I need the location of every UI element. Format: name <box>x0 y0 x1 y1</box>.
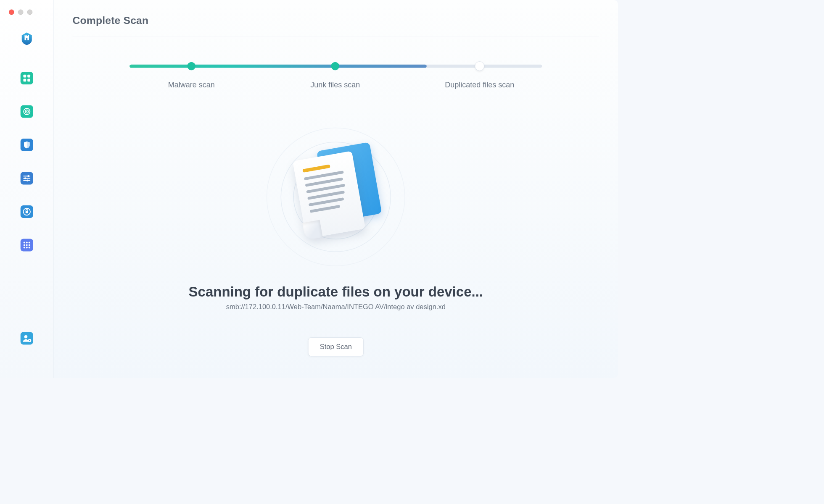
svg-rect-3 <box>28 35 29 37</box>
svg-rect-35 <box>20 332 33 345</box>
svg-point-20 <box>24 177 26 179</box>
stop-scan-button[interactable]: Stop Scan <box>308 337 364 356</box>
app-logo <box>20 32 34 45</box>
svg-point-30 <box>26 244 27 246</box>
svg-rect-4 <box>26 38 27 40</box>
svg-rect-2 <box>26 35 27 37</box>
minimize-window-button[interactable] <box>18 10 24 15</box>
scan-progress: Malware scan Junk files scan Duplicated … <box>129 65 542 68</box>
app-window: Complete Scan Malware scan Junk files sc… <box>0 0 618 378</box>
progress-label-duplicates: Duplicated files scan <box>445 80 514 89</box>
svg-rect-5 <box>20 72 33 84</box>
sidebar <box>0 0 54 378</box>
svg-point-28 <box>28 242 30 244</box>
sidebar-item-dashboard[interactable] <box>20 71 34 85</box>
progress-track <box>129 65 542 68</box>
svg-point-33 <box>26 247 27 249</box>
progress-label-junk: Junk files scan <box>310 80 360 89</box>
lock-icon <box>20 205 34 219</box>
svg-rect-7 <box>27 75 30 78</box>
duplicate-files-icon <box>293 149 379 245</box>
scan-illustration <box>267 128 405 266</box>
svg-point-31 <box>28 244 30 246</box>
sidebar-item-privacy[interactable] <box>20 205 34 219</box>
svg-rect-6 <box>23 75 26 78</box>
castle-shield-icon <box>20 32 34 45</box>
sidebar-item-account[interactable] <box>20 331 34 345</box>
svg-point-29 <box>23 244 25 246</box>
svg-rect-24 <box>25 211 28 213</box>
svg-point-38 <box>29 340 30 341</box>
svg-point-27 <box>26 242 27 244</box>
shield-icon <box>20 138 34 152</box>
svg-rect-1 <box>24 35 25 37</box>
sidebar-item-apps[interactable] <box>20 238 34 252</box>
svg-point-34 <box>28 247 30 249</box>
sidebar-item-scan[interactable] <box>20 105 34 118</box>
svg-rect-8 <box>23 79 26 82</box>
main-content: Complete Scan Malware scan Junk files sc… <box>54 0 618 378</box>
close-window-button[interactable] <box>9 10 14 15</box>
progress-node-duplicates <box>475 61 485 71</box>
zoom-window-button[interactable] <box>27 10 33 15</box>
page-title: Complete Scan <box>73 15 600 27</box>
sidebar-item-tune[interactable] <box>20 171 34 185</box>
svg-rect-9 <box>27 79 30 82</box>
svg-point-13 <box>26 111 27 112</box>
svg-point-21 <box>26 180 29 182</box>
target-scan-icon <box>20 105 34 118</box>
svg-point-36 <box>24 335 27 339</box>
user-settings-icon <box>20 331 34 345</box>
sidebar-item-protection[interactable] <box>20 138 34 152</box>
scan-status-path: smb://172.100.0.11/Web-Team/Naama/INTEGO… <box>73 303 600 311</box>
scan-status-headline: Scanning for duplicate files on your dev… <box>73 284 600 300</box>
divider <box>73 36 600 37</box>
app-grid-icon <box>20 238 34 252</box>
svg-point-19 <box>27 175 29 177</box>
sliders-icon <box>20 171 34 185</box>
window-controls <box>9 10 32 15</box>
progress-label-malware: Malware scan <box>168 80 215 89</box>
progress-node-malware <box>188 62 196 71</box>
progress-node-junk <box>331 62 340 71</box>
scan-status: Scanning for duplicate files on your dev… <box>73 284 600 311</box>
svg-point-26 <box>23 242 25 244</box>
dashboard-icon <box>20 71 34 85</box>
svg-point-32 <box>23 247 25 249</box>
